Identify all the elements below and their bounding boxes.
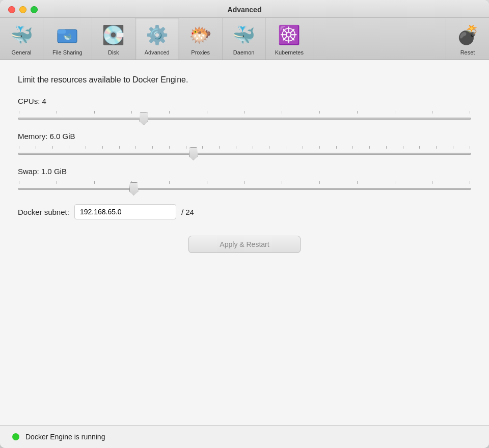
cpus-section: CPUs: 4	[18, 97, 471, 120]
tab-reset-label: Reset	[460, 49, 475, 55]
minimize-button[interactable]	[19, 6, 26, 13]
subnet-input[interactable]	[74, 204, 176, 219]
cpus-label: CPUs: 4	[18, 97, 471, 105]
toolbar: 🐳 General 🐋 File Sharing 💽 Disk ⚙️ Advan…	[0, 18, 489, 60]
tab-daemon-label: Daemon	[233, 49, 255, 55]
advanced-icon: ⚙️	[145, 23, 169, 47]
main-content: Limit the resources available to Docker …	[0, 60, 489, 425]
general-icon: 🐳	[9, 23, 34, 47]
swap-label: Swap: 1.0 GiB	[18, 167, 471, 176]
maximize-button[interactable]	[31, 6, 38, 13]
main-window: Advanced 🐳 General 🐋 File Sharing 💽 Disk	[0, 0, 489, 448]
tab-advanced[interactable]: ⚙️ Advanced	[135, 18, 179, 60]
tab-kubernetes[interactable]: ☸️ Kubernetes	[266, 18, 313, 60]
subnet-label: Docker subnet:	[18, 208, 69, 216]
memory-section: Memory: 6.0 GiB	[18, 132, 471, 155]
title-bar: Advanced	[0, 0, 489, 18]
traffic-lights	[8, 6, 38, 13]
reset-icon: 💣	[455, 23, 480, 47]
tab-advanced-label: Advanced	[145, 49, 170, 55]
proxies-icon: 🐡	[188, 23, 213, 47]
memory-slider[interactable]	[18, 153, 471, 155]
tab-reset[interactable]: 💣 Reset	[446, 18, 489, 60]
disk-icon: 💽	[101, 23, 126, 47]
status-text: Docker Engine is running	[25, 433, 105, 441]
toolbar-spacer	[313, 18, 446, 60]
cpus-slider[interactable]	[18, 118, 471, 120]
status-bar: Docker Engine is running	[0, 425, 489, 448]
subnet-row: Docker subnet: / 24	[18, 204, 471, 219]
apply-restart-button[interactable]: Apply & Restart	[188, 236, 301, 253]
tab-disk[interactable]: 💽 Disk	[92, 18, 135, 60]
tab-proxies[interactable]: 🐡 Proxies	[179, 18, 223, 60]
tab-general[interactable]: 🐳 General	[0, 18, 43, 60]
tab-disk-label: Disk	[108, 49, 119, 55]
tab-file-sharing[interactable]: 🐋 File Sharing	[43, 18, 92, 60]
kubernetes-icon: ☸️	[277, 23, 302, 47]
description-text: Limit the resources available to Docker …	[18, 75, 471, 85]
tab-daemon[interactable]: 🐳 Daemon	[223, 18, 266, 60]
file-sharing-icon: 🐋	[55, 23, 79, 47]
close-button[interactable]	[8, 6, 15, 13]
button-row: Apply & Restart	[18, 236, 471, 253]
window-title: Advanced	[228, 6, 262, 14]
status-indicator	[12, 433, 19, 440]
daemon-icon: 🐳	[232, 23, 256, 47]
tab-proxies-label: Proxies	[191, 49, 210, 55]
svg-text:🐋: 🐋	[63, 32, 72, 41]
memory-label: Memory: 6.0 GiB	[18, 132, 471, 141]
tab-kubernetes-label: Kubernetes	[275, 49, 304, 55]
subnet-suffix: / 24	[181, 208, 194, 216]
tab-file-sharing-label: File Sharing	[52, 49, 83, 55]
swap-section: Swap: 1.0 GiB	[18, 167, 471, 190]
swap-slider[interactable]	[18, 188, 471, 190]
tab-general-label: General	[11, 49, 31, 55]
